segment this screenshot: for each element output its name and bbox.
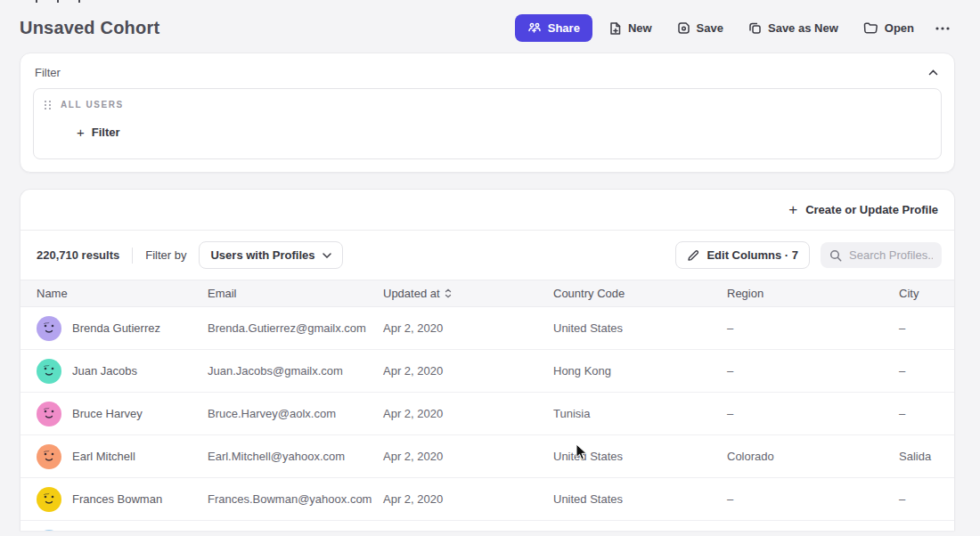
new-button-label: New bbox=[628, 21, 652, 35]
profile-avatar bbox=[37, 359, 61, 384]
plus-icon: + bbox=[788, 202, 797, 217]
profile-avatar bbox=[37, 487, 61, 512]
table-row[interactable]: Juan Jacobs Juan.Jacobs@gmailx.com Apr 2… bbox=[20, 350, 954, 393]
profile-region: – bbox=[727, 364, 899, 378]
profile-updated-at: Apr 2, 2020 bbox=[383, 450, 553, 463]
column-header-email[interactable]: Email bbox=[208, 287, 383, 300]
profile-city: – bbox=[899, 364, 938, 378]
profiles-filter-value: Users with Profiles bbox=[210, 248, 314, 262]
save-as-new-button-label: Save as New bbox=[768, 21, 838, 35]
profile-email: Brenda.Gutierrez@gmailx.com bbox=[208, 321, 383, 335]
table-row[interactable] bbox=[20, 521, 954, 531]
profile-region: – bbox=[727, 492, 899, 506]
column-header-country-code[interactable]: Country Code bbox=[553, 287, 727, 300]
save-button[interactable]: Save bbox=[668, 15, 732, 41]
profile-country-code: United States bbox=[553, 321, 727, 335]
table-row[interactable]: Earl Mitchell Earl.Mitchell@yahoox.com A… bbox=[20, 435, 954, 478]
open-button-label: Open bbox=[885, 21, 914, 35]
edit-columns-label: Edit Columns · 7 bbox=[706, 248, 798, 262]
filter-panel-label: Filter bbox=[35, 66, 61, 79]
profile-name: Frances Bowman bbox=[72, 492, 162, 506]
profile-email: Bruce.Harvey@aolx.com bbox=[208, 407, 383, 420]
profile-updated-at: Apr 2, 2020 bbox=[383, 407, 553, 420]
search-profiles-input[interactable] bbox=[849, 248, 933, 262]
save-icon bbox=[677, 21, 690, 35]
add-filter-button[interactable]: + Filter bbox=[77, 126, 120, 139]
profile-email: Frances.Bowman@yahoox.com bbox=[208, 492, 383, 506]
profile-region: Colorado bbox=[727, 450, 899, 463]
profile-avatar bbox=[37, 530, 61, 532]
profile-country-code: Hong Kong bbox=[553, 364, 727, 378]
clipped-breadcrumb bbox=[36, 0, 80, 3]
column-header-updated-at-label: Updated at bbox=[383, 287, 440, 300]
profile-region: – bbox=[727, 407, 899, 420]
filter-panel: Filter ALL USERS + Filter bbox=[20, 53, 955, 173]
column-header-region[interactable]: Region bbox=[727, 287, 899, 300]
copy-icon bbox=[748, 21, 762, 35]
profile-email: Earl.Mitchell@yahoox.com bbox=[208, 450, 383, 463]
create-or-update-profile-button[interactable]: + Create or Update Profile bbox=[788, 202, 938, 217]
create-or-update-profile-label: Create or Update Profile bbox=[805, 203, 938, 216]
table-body: Brenda Gutierrez Brenda.Gutierrez@gmailx… bbox=[20, 307, 954, 531]
search-profiles-box bbox=[821, 242, 942, 268]
save-as-new-button[interactable]: Save as New bbox=[739, 15, 847, 41]
search-icon bbox=[829, 249, 842, 262]
profile-region: – bbox=[727, 321, 899, 335]
profile-city: – bbox=[899, 321, 938, 335]
profile-country-code: United States bbox=[553, 450, 727, 463]
profile-city: – bbox=[899, 492, 938, 506]
profiles-filter-dropdown[interactable]: Users with Profiles bbox=[199, 241, 342, 269]
more-options-button[interactable] bbox=[930, 20, 955, 37]
chevron-down-icon bbox=[323, 253, 331, 258]
profile-updated-at: Apr 2, 2020 bbox=[383, 364, 553, 378]
column-header-city[interactable]: City bbox=[899, 287, 938, 300]
filter-by-label: Filter by bbox=[145, 248, 186, 262]
column-header-name[interactable]: Name bbox=[37, 287, 208, 300]
save-button-label: Save bbox=[697, 21, 723, 35]
table-row[interactable]: Frances Bowman Frances.Bowman@yahoox.com… bbox=[20, 478, 954, 521]
profile-avatar bbox=[37, 444, 61, 469]
profile-avatar bbox=[37, 316, 61, 341]
add-filter-label: Filter bbox=[92, 126, 120, 139]
profile-country-code: United States bbox=[553, 492, 727, 506]
toolbar-actions: Share New Save bbox=[515, 14, 955, 42]
profile-name: Juan Jacobs bbox=[72, 364, 137, 378]
table-row[interactable]: Bruce Harvey Bruce.Harvey@aolx.com Apr 2… bbox=[20, 393, 954, 435]
top-bar: Unsaved Cohort Share New bbox=[0, 0, 980, 53]
open-button[interactable]: Open bbox=[854, 15, 923, 41]
profiles-panel: + Create or Update Profile 220,710 resul… bbox=[20, 189, 955, 531]
share-users-icon bbox=[527, 22, 542, 35]
filter-group: ALL USERS + Filter bbox=[33, 88, 942, 159]
new-file-icon bbox=[608, 21, 622, 36]
profile-name: Earl Mitchell bbox=[72, 450, 135, 463]
profile-updated-at: Apr 2, 2020 bbox=[383, 321, 553, 335]
column-header-updated-at[interactable]: Updated at bbox=[383, 287, 553, 300]
profile-country-code: Tunisia bbox=[553, 407, 727, 420]
edit-columns-button[interactable]: Edit Columns · 7 bbox=[675, 241, 810, 269]
ellipsis-icon bbox=[935, 27, 950, 30]
new-button[interactable]: New bbox=[600, 15, 661, 42]
collapse-filter-button[interactable] bbox=[927, 68, 940, 77]
folder-icon bbox=[863, 21, 878, 35]
profile-avatar bbox=[37, 402, 61, 426]
share-button[interactable]: Share bbox=[515, 14, 592, 42]
chevron-up-icon bbox=[928, 69, 938, 76]
results-toolbar: 220,710 results Filter by Users with Pro… bbox=[20, 231, 954, 280]
profile-name: Bruce Harvey bbox=[72, 407, 143, 420]
profile-email: Juan.Jacobs@gmailx.com bbox=[208, 364, 383, 378]
filter-group-label: ALL USERS bbox=[61, 100, 124, 110]
table-row[interactable]: Brenda Gutierrez Brenda.Gutierrez@gmailx… bbox=[20, 307, 954, 350]
profile-name: Brenda Gutierrez bbox=[72, 321, 160, 335]
divider bbox=[132, 248, 133, 264]
page-title: Unsaved Cohort bbox=[20, 18, 159, 38]
table-header: Name Email Updated at Country Code Regio… bbox=[20, 280, 954, 307]
profile-updated-at: Apr 2, 2020 bbox=[383, 492, 553, 506]
profile-city: – bbox=[899, 407, 938, 420]
profile-city: Salida bbox=[899, 450, 938, 463]
pencil-icon bbox=[687, 249, 699, 262]
drag-handle-icon[interactable] bbox=[45, 101, 52, 110]
sort-icon[interactable] bbox=[445, 288, 452, 298]
results-count: 220,710 results bbox=[33, 248, 119, 262]
share-button-label: Share bbox=[548, 21, 580, 35]
plus-icon: + bbox=[77, 126, 85, 139]
